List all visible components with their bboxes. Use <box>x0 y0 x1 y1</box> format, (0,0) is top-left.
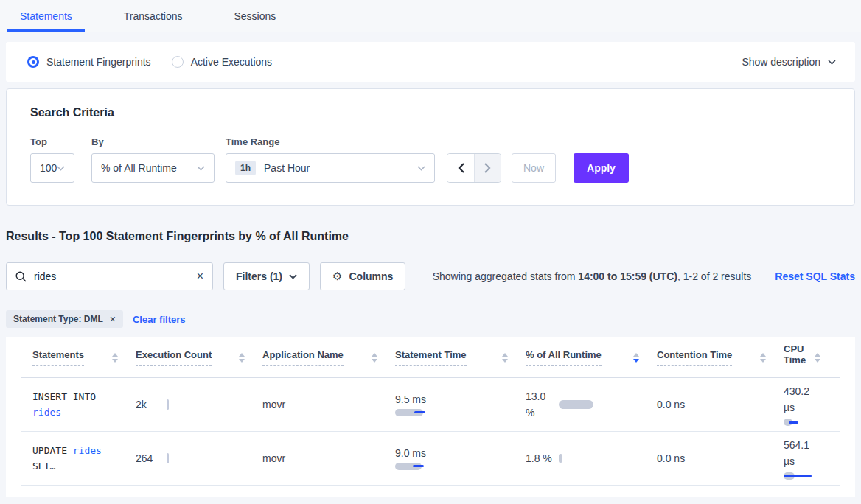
column-header-pct-all-runtime[interactable]: % of All Runtime <box>526 349 602 366</box>
table-header-row: Statements Execution Count Application N… <box>21 337 840 378</box>
radio-statement-fingerprints-label: Statement Fingerprints <box>46 56 151 68</box>
statement-text: SET… <box>32 461 55 472</box>
cpu-time-cell: 430.2 µs <box>784 383 838 426</box>
view-mode-bar: Statement Fingerprints Active Executions… <box>6 42 855 82</box>
statement-text: UPDATE <box>32 445 67 456</box>
sort-icon-active[interactable] <box>633 353 639 363</box>
radio-active-executions-label: Active Executions <box>191 56 273 68</box>
statements-table: Statements Execution Count Application N… <box>6 337 855 497</box>
table-row[interactable]: INSERT INTO rides 2k movr 9.5 ms 13.0 % … <box>21 378 840 432</box>
chevron-down-icon <box>417 166 425 171</box>
filters-label: Filters (1) <box>236 270 282 282</box>
remove-filter-icon[interactable]: × <box>110 314 116 324</box>
filter-pill-label: Statement Type: DML <box>13 314 103 324</box>
statement-cell: INSERT INTO rides <box>32 389 136 420</box>
radio-statement-fingerprints[interactable]: Statement Fingerprints <box>27 56 151 68</box>
apply-button[interactable]: Apply <box>574 153 629 183</box>
clear-filters-link[interactable]: Clear filters <box>133 314 186 325</box>
time-range-badge: 1h <box>235 161 256 175</box>
std-dev-bar <box>789 421 798 424</box>
statement-time-cell: 9.0 ms <box>395 447 526 470</box>
by-select[interactable]: % of All Runtime <box>91 153 215 183</box>
pct-runtime-cell: 1.8 % <box>526 450 657 466</box>
chevron-down-icon <box>57 166 65 171</box>
search-box[interactable]: × <box>6 262 213 290</box>
previous-time-button[interactable] <box>447 154 474 182</box>
statement-cell: UPDATE rides SET… <box>32 443 136 474</box>
execution-count-bar <box>167 453 169 463</box>
column-header-statement-time[interactable]: Statement Time <box>395 349 467 366</box>
column-header-contention-time[interactable]: Contention Time <box>657 349 732 366</box>
now-button[interactable]: Now <box>512 153 556 183</box>
show-description-label: Show description <box>742 56 820 68</box>
search-input[interactable] <box>34 270 189 282</box>
statement-link[interactable]: rides <box>32 407 61 418</box>
pct-runtime-bar <box>559 454 562 463</box>
contention-time-cell: 0.0 ns <box>657 452 784 464</box>
search-icon <box>15 271 27 282</box>
pct-runtime-cell: 13.0 % <box>526 388 657 421</box>
next-time-button[interactable] <box>474 154 501 182</box>
application-name-cell: movr <box>262 452 395 464</box>
contention-time-cell: 0.0 ns <box>657 399 784 410</box>
search-criteria-card: Search Criteria Top 100 By % of All Runt… <box>6 88 855 206</box>
top-select[interactable]: 100 <box>30 153 74 183</box>
time-nav-group <box>447 153 501 183</box>
std-dev-bar <box>414 411 425 413</box>
top-label: Top <box>30 136 74 147</box>
radio-active-executions[interactable]: Active Executions <box>172 56 273 68</box>
page-tabs: Statements Transactions Sessions <box>0 0 861 32</box>
tab-statements[interactable]: Statements <box>7 0 85 32</box>
column-header-cpu-time[interactable]: CPU Time <box>784 343 815 371</box>
execution-count-cell: 264 <box>136 452 262 464</box>
sort-icon[interactable] <box>112 353 118 363</box>
chevron-down-icon <box>197 166 205 171</box>
radio-selected-icon[interactable] <box>27 56 39 68</box>
clear-search-icon[interactable]: × <box>197 270 203 282</box>
chevron-left-icon <box>458 163 464 173</box>
by-label: By <box>91 136 215 147</box>
column-header-statements[interactable]: Statements <box>32 349 84 366</box>
tab-sessions[interactable]: Sessions <box>221 0 288 32</box>
statement-text: INSERT INTO <box>32 391 96 402</box>
cpu-time-cell: 564.1 µs <box>784 437 838 480</box>
statement-link[interactable]: rides <box>73 445 102 456</box>
active-filters-row: Statement Type: DML × Clear filters <box>6 310 855 328</box>
filter-pill-statement-type[interactable]: Statement Type: DML × <box>6 310 123 328</box>
sort-icon[interactable] <box>815 353 820 363</box>
divider <box>764 262 764 290</box>
results-heading: Results - Top 100 Statement Fingerprints… <box>6 230 861 243</box>
sort-icon[interactable] <box>372 353 377 363</box>
by-select-value: % of All Runtime <box>101 162 177 174</box>
chevron-right-icon <box>484 163 491 173</box>
pct-runtime-bar <box>559 400 593 409</box>
time-range-label: Time Range <box>226 136 435 147</box>
execution-count-cell: 2k <box>136 399 262 410</box>
show-description-toggle[interactable]: Show description <box>742 56 836 68</box>
columns-button[interactable]: ⚙ Columns <box>320 262 405 290</box>
application-name-cell: movr <box>262 399 395 410</box>
columns-label: Columns <box>349 270 393 282</box>
reset-sql-stats-link[interactable]: Reset SQL Stats <box>775 270 855 282</box>
column-header-application-name[interactable]: Application Name <box>262 349 344 366</box>
std-dev-bar <box>413 465 424 467</box>
filters-button[interactable]: Filters (1) <box>223 262 310 290</box>
column-header-execution-count[interactable]: Execution Count <box>136 349 212 366</box>
std-dev-bar <box>784 475 812 477</box>
sort-icon[interactable] <box>239 353 245 363</box>
view-mode-radio-group: Statement Fingerprints Active Executions <box>27 56 272 68</box>
table-row[interactable]: UPDATE rides SET… 264 movr 9.0 ms 1.8 % … <box>21 432 840 486</box>
chevron-down-icon <box>828 60 836 65</box>
radio-unselected-icon[interactable] <box>172 56 184 68</box>
search-criteria-title: Search Criteria <box>30 106 831 119</box>
gear-icon: ⚙ <box>332 270 342 283</box>
time-range-select[interactable]: 1h Past Hour <box>226 153 435 183</box>
chevron-down-icon <box>289 274 297 279</box>
by-field: By % of All Runtime <box>91 136 215 183</box>
sort-icon[interactable] <box>502 353 508 363</box>
time-range-field: Time Range 1h Past Hour <box>226 136 435 183</box>
top-select-value: 100 <box>40 162 57 174</box>
tab-transactions[interactable]: Transactions <box>111 0 195 32</box>
sort-icon[interactable] <box>760 353 766 363</box>
execution-count-bar <box>167 399 169 410</box>
